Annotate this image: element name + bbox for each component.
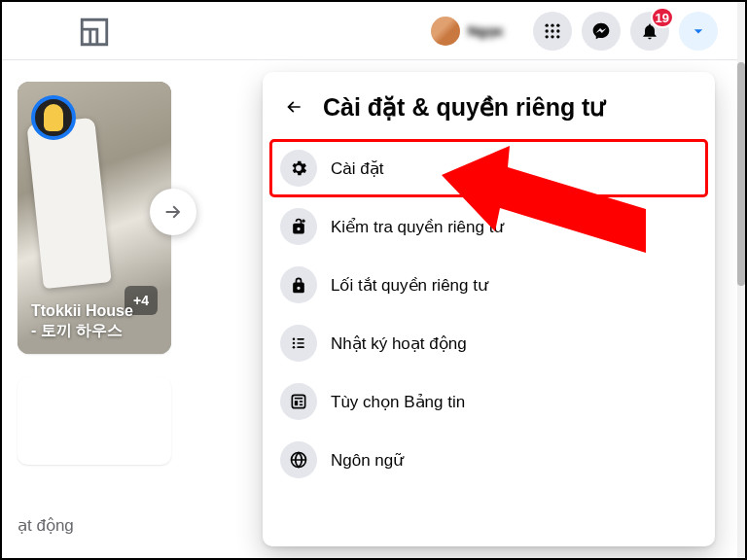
gear-icon xyxy=(289,158,308,178)
secondary-card xyxy=(18,377,171,465)
svg-rect-20 xyxy=(300,404,302,406)
header-nav: 19 xyxy=(533,12,718,51)
globe-icon xyxy=(289,450,308,470)
bottom-label: ạt động xyxy=(18,515,74,536)
site-logo[interactable] xyxy=(78,16,111,49)
arrow-left-icon xyxy=(284,97,303,117)
dropdown-header: Cài đặt & quyền riêng tư xyxy=(270,82,707,138)
scrollbar-thumb[interactable] xyxy=(737,62,745,286)
svg-rect-17 xyxy=(295,398,302,400)
svg-point-10 xyxy=(293,338,296,341)
arrow-right-icon xyxy=(162,201,184,223)
svg-point-2 xyxy=(556,24,559,27)
messenger-button[interactable] xyxy=(582,12,621,51)
svg-point-5 xyxy=(556,29,559,32)
svg-rect-16 xyxy=(292,395,304,407)
menu-item-activity-log[interactable]: Nhật ký hoạt động xyxy=(270,315,707,371)
grid-icon xyxy=(543,21,562,41)
menu-item-label: Tùy chọn Bảng tin xyxy=(331,392,465,412)
top-bar: Ngọc 19 xyxy=(2,2,737,60)
svg-point-9 xyxy=(302,220,304,223)
profile-name: Ngọc xyxy=(468,22,504,40)
lock-open-icon xyxy=(289,217,308,236)
menu-item-news-feed-preferences[interactable]: Tùy chọn Bảng tin xyxy=(270,373,707,430)
svg-point-3 xyxy=(546,29,549,32)
svg-point-4 xyxy=(551,29,553,32)
story-title: Ttokkii House - 토끼 하우스 xyxy=(31,301,158,340)
caret-down-icon xyxy=(689,21,708,41)
svg-point-8 xyxy=(556,35,559,38)
menu-item-label: Cài đặt xyxy=(331,158,383,179)
lock-icon xyxy=(289,275,308,295)
svg-rect-13 xyxy=(297,342,304,344)
menu-item-privacy-checkup[interactable]: Kiểm tra quyền riêng tư xyxy=(270,198,707,255)
svg-point-6 xyxy=(546,35,549,38)
menu-item-language[interactable]: Ngôn ngữ xyxy=(270,432,707,488)
account-button[interactable] xyxy=(679,12,718,51)
svg-rect-19 xyxy=(300,401,302,402)
menu-item-label: Ngôn ngữ xyxy=(331,450,404,471)
story-next-button[interactable] xyxy=(150,189,196,235)
menu-button[interactable] xyxy=(533,12,572,51)
svg-rect-15 xyxy=(297,346,304,348)
menu-item-label: Kiểm tra quyền riêng tư xyxy=(331,217,504,237)
story-card[interactable]: +4 Ttokkii House - 토끼 하우스 xyxy=(18,82,171,354)
messenger-icon xyxy=(591,21,611,41)
svg-point-12 xyxy=(293,342,296,345)
back-button[interactable] xyxy=(276,89,311,124)
feed-icon xyxy=(289,392,308,411)
menu-item-label: Nhật ký hoạt động xyxy=(331,333,467,354)
notification-badge: 19 xyxy=(651,7,674,28)
svg-point-14 xyxy=(293,346,296,349)
avatar xyxy=(431,17,460,46)
account-dropdown: Cài đặt & quyền riêng tư Cài đặt Kiểm tr… xyxy=(263,72,715,546)
svg-rect-11 xyxy=(297,338,304,340)
list-icon xyxy=(289,333,308,353)
dropdown-title: Cài đặt & quyền riêng tư xyxy=(323,93,605,122)
menu-item-privacy-shortcut[interactable]: Lối tắt quyền riêng tư xyxy=(270,257,707,313)
profile-chip[interactable]: Ngọc xyxy=(427,12,514,51)
notifications-button[interactable]: 19 xyxy=(630,12,669,51)
story-avatar xyxy=(31,95,76,140)
svg-point-1 xyxy=(551,24,553,27)
svg-point-7 xyxy=(551,35,553,38)
svg-point-0 xyxy=(546,24,549,27)
menu-item-settings[interactable]: Cài đặt xyxy=(270,140,707,196)
svg-rect-18 xyxy=(295,401,298,405)
menu-item-label: Lối tắt quyền riêng tư xyxy=(331,275,488,296)
